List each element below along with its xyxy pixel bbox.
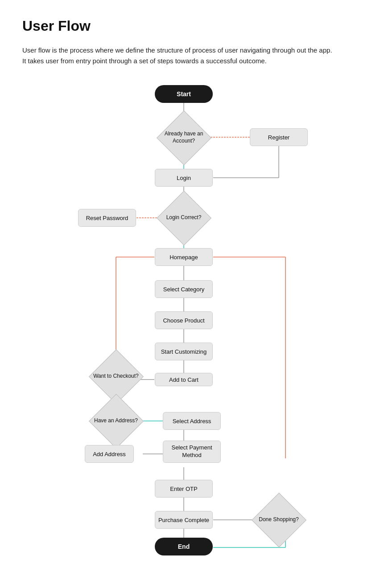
- page-title: User Flow: [22, 18, 346, 34]
- choose-product-node: Choose Product: [155, 311, 213, 329]
- register-node: Register: [250, 128, 308, 146]
- done-shopping-node: Done Shopping?: [252, 506, 306, 533]
- select-payment-node: Select Payment Method: [163, 441, 221, 463]
- purchase-complete-node: Purchase Complete: [155, 511, 213, 529]
- already-account-node: Already have an Account?: [157, 124, 211, 151]
- have-address-node: Have an Address?: [89, 408, 143, 434]
- start-customizing-node: Start Customizing: [155, 343, 213, 360]
- login-correct-node: Login Correct?: [157, 204, 211, 231]
- enter-otp-node: Enter OTP: [155, 480, 213, 498]
- want-checkout-node: Want to Checkout?: [89, 363, 143, 390]
- end-node: End: [155, 538, 213, 555]
- page-description: User flow is the process where we define…: [22, 45, 335, 66]
- reset-password-node: Reset Password: [78, 209, 136, 227]
- select-address-node: Select Address: [163, 412, 221, 430]
- add-address-node: Add Address: [85, 445, 134, 463]
- homepage-node: Homepage: [155, 248, 213, 266]
- start-node: Start: [155, 85, 213, 103]
- add-to-cart-node: Add to Cart: [155, 373, 213, 386]
- login-node: Login: [155, 169, 213, 187]
- select-category-node: Select Category: [155, 280, 213, 298]
